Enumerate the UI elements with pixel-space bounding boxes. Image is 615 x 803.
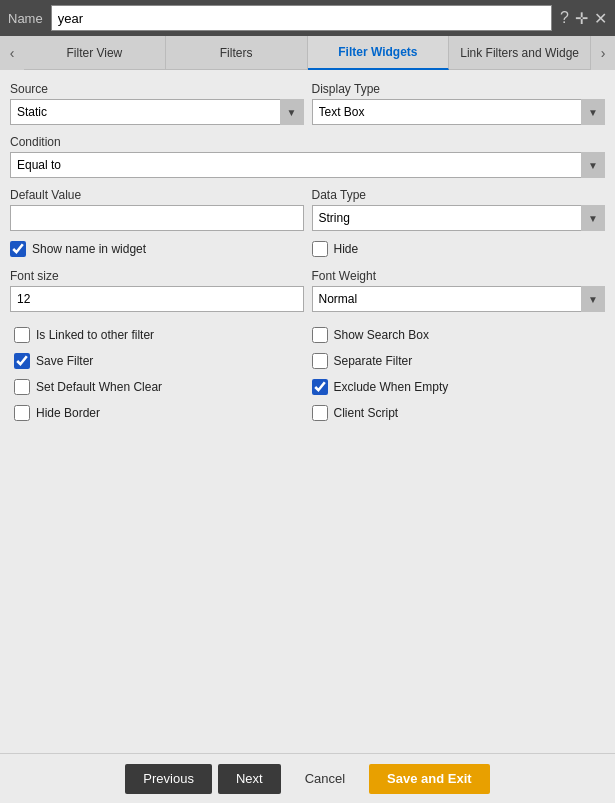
client-script-cell: Client Script [308, 400, 606, 426]
separate-filter-label: Separate Filter [334, 354, 413, 368]
show-name-checkbox-row: Show name in widget [10, 241, 304, 257]
is-linked-cell: Is Linked to other filter [10, 322, 308, 348]
source-display-row: Source Static ▼ Display Type Text Box ▼ [10, 82, 605, 125]
name-input[interactable]: year [51, 5, 552, 31]
set-default-cell: Set Default When Clear [10, 374, 308, 400]
is-linked-label: Is Linked to other filter [36, 328, 154, 342]
source-col: Source Static ▼ [10, 82, 304, 125]
next-button[interactable]: Next [218, 764, 281, 794]
tab-filter-widgets[interactable]: Filter Widgets [308, 36, 450, 70]
previous-button[interactable]: Previous [125, 764, 212, 794]
hide-checkbox-row: Hide [312, 241, 606, 257]
client-script-checkbox[interactable] [312, 405, 328, 421]
display-type-col: Display Type Text Box ▼ [312, 82, 606, 125]
is-linked-checkbox[interactable] [14, 327, 30, 343]
source-label: Source [10, 82, 304, 96]
default-value-input[interactable] [10, 205, 304, 231]
display-type-select-wrapper: Text Box ▼ [312, 99, 606, 125]
show-name-hide-row: Show name in widget Hide [10, 241, 605, 265]
display-type-label: Display Type [312, 82, 606, 96]
default-datatype-row: Default Value Data Type String ▼ [10, 188, 605, 231]
name-label: Name [8, 11, 43, 26]
data-type-label: Data Type [312, 188, 606, 202]
font-weight-label: Font Weight [312, 269, 606, 283]
exclude-empty-checkbox[interactable] [312, 379, 328, 395]
hide-border-cell: Hide Border [10, 400, 308, 426]
header-icons: ? ✛ ✕ [560, 9, 607, 28]
save-filter-label: Save Filter [36, 354, 93, 368]
show-search-checkbox[interactable] [312, 327, 328, 343]
condition-select[interactable]: Equal to [10, 152, 605, 178]
exclude-empty-label: Exclude When Empty [334, 380, 449, 394]
condition-col: Condition Equal to ▼ [10, 135, 605, 178]
footer: Previous Next Cancel Save and Exit [0, 753, 615, 803]
tab-filters[interactable]: Filters [166, 36, 308, 70]
move-icon[interactable]: ✛ [575, 9, 588, 28]
header: Name year ? ✛ ✕ [0, 0, 615, 36]
source-select-wrapper: Static ▼ [10, 99, 304, 125]
source-select[interactable]: Static [10, 99, 304, 125]
hide-checkbox[interactable] [312, 241, 328, 257]
tabs: ‹ Filter View Filters Filter Widgets Lin… [0, 36, 615, 70]
set-default-checkbox[interactable] [14, 379, 30, 395]
data-type-col: Data Type String ▼ [312, 188, 606, 231]
condition-row: Condition Equal to ▼ [10, 135, 605, 178]
tab-right-arrow[interactable]: › [591, 36, 615, 70]
font-row: Font size Font Weight Normal Bold ▼ [10, 269, 605, 312]
save-exit-button[interactable]: Save and Exit [369, 764, 490, 794]
tab-link-filters[interactable]: Link Filters and Widge [449, 36, 591, 70]
font-size-col: Font size [10, 269, 304, 312]
tab-left-arrow[interactable]: ‹ [0, 36, 24, 70]
show-name-col: Show name in widget [10, 241, 304, 265]
data-type-select[interactable]: String [312, 205, 606, 231]
condition-select-wrapper: Equal to ▼ [10, 152, 605, 178]
hide-col: Hide [312, 241, 606, 265]
data-type-select-wrapper: String ▼ [312, 205, 606, 231]
default-value-col: Default Value [10, 188, 304, 231]
font-size-label: Font size [10, 269, 304, 283]
display-type-select[interactable]: Text Box [312, 99, 606, 125]
checkbox-grid: Is Linked to other filter Show Search Bo… [10, 322, 605, 426]
save-filter-checkbox[interactable] [14, 353, 30, 369]
set-default-label: Set Default When Clear [36, 380, 162, 394]
tab-filter-view[interactable]: Filter View [24, 36, 166, 70]
hide-border-label: Hide Border [36, 406, 100, 420]
show-search-label: Show Search Box [334, 328, 429, 342]
font-weight-col: Font Weight Normal Bold ▼ [312, 269, 606, 312]
cancel-button[interactable]: Cancel [287, 764, 363, 794]
hide-checkbox-label: Hide [334, 242, 359, 256]
condition-label: Condition [10, 135, 605, 149]
help-icon[interactable]: ? [560, 9, 569, 27]
close-icon[interactable]: ✕ [594, 9, 607, 28]
show-name-checkbox[interactable] [10, 241, 26, 257]
default-value-label: Default Value [10, 188, 304, 202]
hide-border-checkbox[interactable] [14, 405, 30, 421]
font-weight-select[interactable]: Normal Bold [312, 286, 606, 312]
separate-filter-checkbox[interactable] [312, 353, 328, 369]
separate-filter-cell: Separate Filter [308, 348, 606, 374]
save-filter-cell: Save Filter [10, 348, 308, 374]
client-script-label: Client Script [334, 406, 399, 420]
font-size-input[interactable] [10, 286, 304, 312]
font-weight-select-wrapper: Normal Bold ▼ [312, 286, 606, 312]
main-content: Source Static ▼ Display Type Text Box ▼ … [0, 70, 615, 753]
exclude-empty-cell: Exclude When Empty [308, 374, 606, 400]
show-search-cell: Show Search Box [308, 322, 606, 348]
show-name-checkbox-label: Show name in widget [32, 242, 146, 256]
